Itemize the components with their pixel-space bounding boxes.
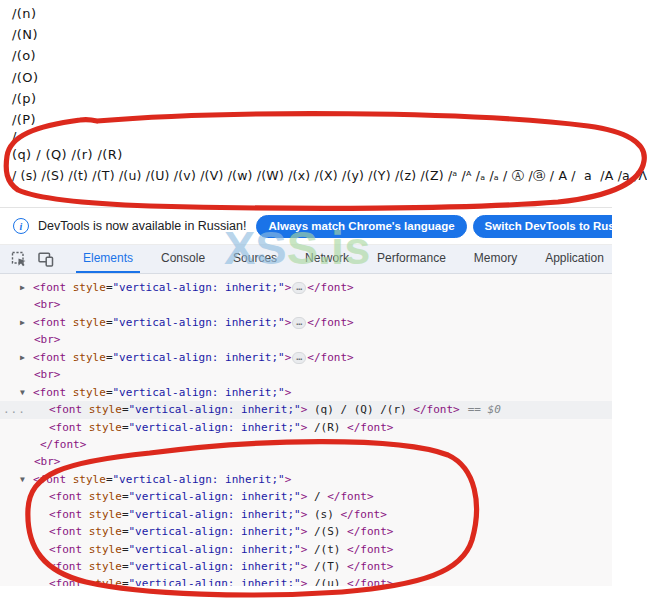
code-token: <font xyxy=(33,473,73,486)
code-token: </font> xyxy=(307,351,353,364)
code-token: style xyxy=(89,403,122,416)
code-token: = xyxy=(106,281,113,294)
code-token: > xyxy=(285,281,292,294)
tree-row[interactable]: ▼<font style="vertical-align: inherit;"> xyxy=(0,471,612,488)
chevron-down-icon[interactable]: ▼ xyxy=(20,384,25,401)
tab-application[interactable]: Application xyxy=(531,245,612,273)
tree-row[interactable]: ▼<font style="vertical-align: inherit;"> xyxy=(0,384,612,401)
tree-row[interactable]: <font style="vertical-align: inherit;"> … xyxy=(0,541,612,558)
tree-row[interactable]: <font style="vertical-align: inherit;"> … xyxy=(0,488,612,505)
char-line: /(N) xyxy=(12,27,38,42)
info-icon: i xyxy=(13,218,29,234)
char-line: /(o) xyxy=(12,48,36,63)
code-token: /(S) xyxy=(307,525,347,538)
tab-memory[interactable]: Memory xyxy=(460,245,531,273)
tree-row[interactable]: ...<font style="vertical-align: inherit;… xyxy=(0,401,612,418)
code-token: <br> xyxy=(34,333,61,346)
tree-row[interactable]: <br> xyxy=(0,453,612,470)
tree-row[interactable]: <br> xyxy=(0,331,612,348)
char-line: /(p) xyxy=(12,91,36,106)
code-token: <font xyxy=(49,490,89,503)
char-line: /(P) xyxy=(12,112,36,127)
tree-row[interactable]: ▶<font style="vertical-align: inherit;">… xyxy=(0,314,612,331)
tree-row[interactable]: <font style="vertical-align: inherit;"> … xyxy=(0,558,612,575)
code-token: <font xyxy=(33,281,73,294)
code-token: style xyxy=(73,351,106,364)
devtools-tabs: ElementsConsoleSourcesNetworkPerformance… xyxy=(69,245,612,273)
chevron-right-icon[interactable]: ▶ xyxy=(20,314,25,331)
code-token: style xyxy=(89,525,122,538)
code-token: <font xyxy=(49,525,89,538)
code-token: <font xyxy=(49,577,89,586)
code-token: </font> xyxy=(413,403,459,416)
code-token: = xyxy=(122,508,129,521)
code-token: "vertical-align: inherit;" xyxy=(113,316,285,329)
code-token: /(T) xyxy=(307,560,347,573)
code-token: == $0 xyxy=(468,403,501,416)
code-token: <font xyxy=(33,316,73,329)
code-token: <font xyxy=(49,508,89,521)
code-token: = xyxy=(106,386,113,399)
code-token: style xyxy=(89,577,122,586)
char-line: / (s) /(S) /(t) /(T) /(u) /(U) /(v) /(V)… xyxy=(12,168,647,185)
device-toolbar-icon[interactable] xyxy=(38,251,54,267)
tab-console[interactable]: Console xyxy=(147,245,219,273)
code-token: </font> xyxy=(347,543,393,556)
inspect-icon[interactable] xyxy=(11,251,27,267)
tree-row[interactable]: <br> xyxy=(0,366,612,383)
code-token: </font> xyxy=(347,560,393,573)
code-token: style xyxy=(89,490,122,503)
expand-ellipsis-button[interactable]: … xyxy=(292,352,306,364)
code-token: "vertical-align: inherit;" xyxy=(129,421,301,434)
tree-row[interactable]: <br> xyxy=(0,296,612,313)
devtools-infobar: i DevTools is now available in Russian! … xyxy=(0,208,612,245)
tab-sources[interactable]: Sources xyxy=(219,245,291,273)
tab-elements[interactable]: Elements xyxy=(69,245,147,273)
code-token: <br> xyxy=(34,298,61,311)
chevron-down-icon[interactable]: ▼ xyxy=(20,471,25,488)
char-line: /(n) xyxy=(12,6,36,21)
char-line: /(O) xyxy=(12,70,38,85)
code-token: <br> xyxy=(34,455,61,468)
code-token: "vertical-align: inherit;" xyxy=(129,508,301,521)
code-token: > xyxy=(285,316,292,329)
infobar-message: DevTools is now available in Russian! xyxy=(38,219,246,233)
code-token: = xyxy=(106,316,113,329)
code-token: /(t) xyxy=(307,543,347,556)
tree-row[interactable]: <font style="vertical-align: inherit;"> … xyxy=(0,419,612,436)
code-token: "vertical-align: inherit;" xyxy=(129,525,301,538)
tree-row[interactable]: ▶<font style="vertical-align: inherit;">… xyxy=(0,349,612,366)
expand-ellipsis-button[interactable]: … xyxy=(292,317,306,329)
tree-row[interactable]: </font> xyxy=(0,436,612,453)
tree-row[interactable]: ▶<font style="vertical-align: inherit;">… xyxy=(0,279,612,296)
tree-row[interactable]: <font style="vertical-align: inherit;"> … xyxy=(0,523,612,540)
code-token: = xyxy=(106,473,113,486)
code-token: "vertical-align: inherit;" xyxy=(129,560,301,573)
infobar-button[interactable]: Switch DevTools to Russian xyxy=(473,215,612,238)
chevron-right-icon[interactable]: ▶ xyxy=(20,349,25,366)
chevron-right-icon[interactable]: ▶ xyxy=(20,279,25,296)
code-token: <font xyxy=(49,543,89,556)
code-token: = xyxy=(122,525,129,538)
infobar-button[interactable]: Always match Chrome's language xyxy=(256,215,466,238)
code-token: = xyxy=(122,490,129,503)
code-token: style xyxy=(89,560,122,573)
code-token: style xyxy=(89,543,122,556)
code-token: "vertical-align: inherit;" xyxy=(113,281,285,294)
code-token: </font> xyxy=(347,525,393,538)
tree-row[interactable]: <font style="vertical-align: inherit;"> … xyxy=(0,506,612,523)
code-token: > xyxy=(285,351,292,364)
code-token: style xyxy=(89,508,122,521)
code-token: = xyxy=(122,560,129,573)
code-token: /(u) xyxy=(307,577,347,586)
tab-network[interactable]: Network xyxy=(291,245,363,273)
code-token: "vertical-align: inherit;" xyxy=(129,403,301,416)
code-token: </font> xyxy=(307,316,353,329)
code-token: </font> xyxy=(340,508,386,521)
code-token: <font xyxy=(49,403,89,416)
devtools-window: i DevTools is now available in Russian! … xyxy=(0,207,612,586)
expand-ellipsis-button[interactable]: … xyxy=(292,282,306,294)
tab-performance[interactable]: Performance xyxy=(363,245,460,273)
tree-row[interactable]: <font style="vertical-align: inherit;"> … xyxy=(0,575,612,586)
code-token: > xyxy=(285,386,292,399)
